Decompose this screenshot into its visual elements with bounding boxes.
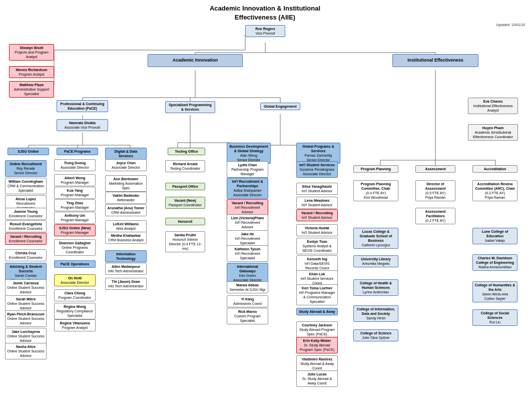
- main-title: Academic Innovation & InstitutionalEffec…: [4, 4, 526, 22]
- honorsx-label: HonorsX: [167, 219, 203, 224]
- vacant-enrollment-name: Vacant / Recruiting: [7, 234, 45, 239]
- vladimiro-title: Study Abroad & Away Coord: [298, 361, 336, 370]
- intl-student-services-box: Int'l Student Services Suzanne Pendergra…: [296, 161, 338, 178]
- institutional-effectiveness-box: Institutional Effectiveness: [392, 54, 478, 67]
- arunatha-name: Arunatha (Anu) Tomer: [107, 206, 145, 210]
- nasha-box: Nasha Alice Online Student Success Advis…: [5, 343, 47, 359]
- vladimiro-name: Vladimiro Ramirez: [298, 357, 336, 361]
- vacant-passport-box: Vacant (New) Passport Coordinator: [165, 197, 205, 209]
- medha-title: CRM Business Analyst: [107, 238, 145, 242]
- marwa-box: Marwa Abbas Semester At SJSU Mgr: [227, 281, 268, 293]
- medha-box: Medha Khatawkar CRM Business Analyst: [105, 232, 147, 244]
- rick-name: Rick Marno: [229, 309, 266, 314]
- namrata-box: Namrata Shukla Associate Vice Provost: [57, 119, 108, 131]
- lena-name: Lena Meadows: [298, 198, 336, 203]
- elisa-box: Elisa Yanagihashi Int'l Student Advisor: [296, 183, 338, 195]
- college-social-sub: Rui Liu: [474, 320, 515, 324]
- on-hold-name: On Hold: [56, 276, 94, 280]
- anthony-title: Program Manager: [56, 218, 94, 222]
- intl-student-services-sub: Suzanne Pendergrass: [298, 167, 336, 172]
- sjsu-online-new-title: Program Manager: [56, 230, 94, 235]
- pce-box: Professional & ContinuingEducation (PaCE…: [57, 100, 108, 112]
- intl-gateways-sub: Kim Green: [229, 273, 266, 278]
- college-info-box: College of Information, Data and Society…: [353, 305, 398, 322]
- prog-planning-comm-box: Program Planning Committee, Chair (0.4 F…: [353, 180, 398, 201]
- julie-box: Julie Lucas Sr. Study Abroad & Away Coor…: [296, 370, 338, 387]
- rick-title: Custom Program Specialist: [229, 314, 266, 323]
- jakehe-title: Int'l Recruitment Specialist: [229, 236, 266, 245]
- yi-box: Yi Kang Admissions Coord: [227, 295, 268, 307]
- kathleen-name: Kathleen Tyson: [229, 247, 266, 251]
- global-engagement-label: Global Engagement: [262, 104, 298, 109]
- assess-facilitators-box: Assessment Facilitators (0.2 FTE AY): [415, 208, 455, 224]
- academic-innovation-box: Academic Innovation: [148, 54, 243, 67]
- william-name: William Cunningham: [7, 179, 45, 184]
- elisa-name: Elisa Yanagihashi: [298, 184, 336, 189]
- joyce-box: Joyce Chen Associate Director: [105, 159, 147, 171]
- regina-wong-name: Regina Wong: [56, 304, 94, 309]
- ann-title: Marketing Automation Spec: [107, 181, 145, 190]
- online-recruitment-name: Online Recruitment: [7, 162, 45, 166]
- dir-assessment-sub2: Priya Raman: [417, 195, 453, 200]
- joyce-title: Associate Director: [107, 165, 145, 170]
- ron-rogers-title: Vice Provost: [247, 31, 283, 36]
- courtney-title: Study Abroad Program Spec (PaCE): [298, 327, 336, 336]
- study-abroad-box: Study Abroad & Away: [296, 308, 338, 315]
- program-planning-box: Program Planning: [353, 165, 398, 173]
- university-library-box: University Library Anismika Megwtu: [353, 255, 398, 267]
- accreditation-box: Accreditation: [472, 165, 517, 173]
- college-humanities-name: College of Humanities & the Arts: [474, 283, 515, 292]
- vakim-name: Vakim Badwuku: [107, 193, 145, 198]
- digital-data-box: Digital & Data Services: [105, 148, 147, 160]
- college-social-name: College of Social Sciences: [474, 311, 515, 320]
- charles-davidson-sub: Radha Annaromdhan: [474, 265, 515, 269]
- charles-davidson-box: Charles W. Davidson College of Engineeri…: [472, 254, 517, 271]
- regina-v-box: Regina Villanueva Program Analyst: [54, 319, 96, 331]
- eva-chavez-box: Eva Chavez Institutional Effectiveness A…: [468, 98, 518, 114]
- lune-college-box: Lune College of Education Isabel Valejo: [472, 228, 517, 244]
- intl-recruitment-sub2: Associate Director: [229, 193, 266, 197]
- huyen-pham-name: Huyen Pham: [470, 126, 516, 130]
- accreditation-label: Accreditation: [474, 167, 515, 171]
- college-social-box: College of Social Sciences Rui Liu: [472, 309, 517, 326]
- anthony-box: Anthony Um Program Manager: [54, 212, 96, 224]
- vacant-passport-name: Vacant (New): [167, 198, 203, 203]
- lydia-title: Partnership Program Manager: [229, 167, 266, 176]
- vakim-box: Vakim Badwuku Webmaster: [105, 192, 147, 204]
- academic-innovation-label: Academic Innovation: [150, 58, 241, 64]
- pace-programs-box: PaCE Programs: [57, 148, 98, 155]
- college-humanities-sub: Jason Alicia-sola: [474, 292, 515, 296]
- sarika-box: Sarika Pruthi HonorsX Interim Director (…: [165, 231, 205, 252]
- matthew-box: Matthew Plaza Administrative Support Spe…: [9, 81, 54, 98]
- ron-rogers-box: Ron Rogers Vice Provost: [245, 25, 285, 37]
- christa-box: Christa Cruz Enrollment Counselor: [5, 249, 47, 261]
- clara-title: Program Coordinator: [56, 295, 94, 300]
- nasha-title: Online Student Success Advisor: [7, 349, 45, 358]
- khim-name: Khim Lok: [298, 272, 336, 276]
- marwa-name: Marwa Abbas: [229, 283, 266, 287]
- pace-operations-label: PaCE Operations: [56, 262, 94, 266]
- jamie-box: Jamie Carranza Online Student Success Ad…: [5, 279, 47, 296]
- college-health-name: College of Health & Human Sciences: [355, 281, 396, 290]
- medha-name: Medha Khatawkar: [107, 233, 145, 238]
- vacant-intl2-name: Vacant / Recruiting: [298, 211, 336, 215]
- intl-recruitment-name: Int'l Recruitment & Partnerships: [229, 179, 266, 188]
- albert-title: Program Manager: [56, 180, 94, 185]
- lekeil-box: LeKeil Williams Web Analyst: [105, 220, 147, 232]
- sarah-title: Online Student Success Advisor: [7, 301, 45, 310]
- allen-box: Allen Madanpour Info Tech Administrator: [105, 263, 147, 275]
- college-health-box: College of Health & Human Sciences Lynne…: [353, 279, 398, 296]
- arunatha-box: Arunatha (Anu) Tomer CRM Administrator: [105, 204, 147, 216]
- college-info-sub: Sandy Hirsh: [355, 316, 396, 320]
- huyen-pham-box: Huyen Pham Academic &Institutional Effec…: [468, 124, 518, 141]
- kenneth-box: Kenneth Ing Int'l Data/SEVIS Records Coo…: [296, 255, 338, 272]
- victoria-title: Int'l Student Advisor: [298, 230, 336, 235]
- lydia-box: Lydia Chan Partnership Program Manager: [227, 161, 268, 178]
- william-title: CRM & Communication Specialist: [7, 184, 45, 193]
- sarah-name: Sarah Miers: [7, 297, 45, 301]
- sjsu-online-new-box: SJSU Online (New) Program Manager: [54, 224, 96, 236]
- jakehe-name: Jake He: [229, 232, 266, 236]
- shealyn-name: Shealyn Bisell: [11, 46, 52, 50]
- jake-name: Jake Lorchayeva: [7, 329, 45, 334]
- nieves-box: Nieves Richardson Program Analyst: [9, 66, 54, 78]
